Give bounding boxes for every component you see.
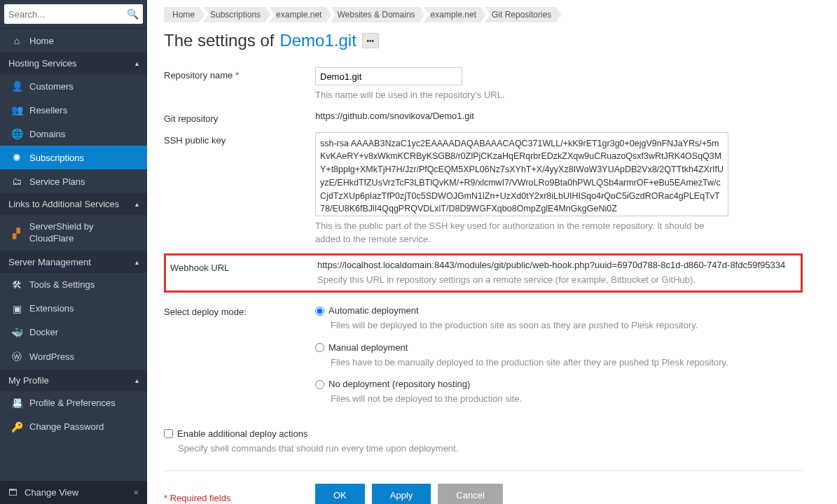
webhook-label: Webhook URL (170, 260, 317, 273)
apply-button[interactable]: Apply (372, 484, 431, 504)
nav-home-label: Home (29, 36, 54, 46)
chevron-up-icon: ▴ (135, 200, 139, 208)
footer-row: * Required fields OK Apply Cancel (164, 479, 803, 504)
deploy-none-help: Files will not be deployed to the produc… (331, 392, 765, 406)
row-repo-name: Repository name * This name will be used… (164, 63, 803, 106)
search-wrap: 🔍 (0, 0, 147, 29)
nav-customers[interactable]: 👤Customers (0, 74, 147, 98)
nav-servershield[interactable]: ▞ServerShield by CloudFlare (0, 215, 147, 251)
row-ssh: SSH public key ssh-rsa AAAAB3NzaC1yc2EAA… (164, 128, 803, 251)
extra-actions-option[interactable]: Enable additional deploy actions (164, 428, 803, 439)
wordpress-icon: ⓦ (11, 351, 22, 363)
nav-docker[interactable]: 🐳Docker (0, 321, 147, 344)
nav-extensions[interactable]: ▣Extensions (0, 297, 147, 321)
webhook-value: https://localhost.localdomain:8443/modul… (317, 260, 796, 270)
nav-header-server-label: Server Management (8, 257, 91, 267)
title-menu-button[interactable]: ••• (362, 33, 379, 48)
deploy-manual-radio[interactable] (315, 343, 324, 352)
repo-name-label: Repository name * (164, 67, 315, 80)
key-icon: 🔑 (11, 421, 22, 433)
nav-wordpress[interactable]: ⓦWordPress (0, 344, 147, 370)
nav-service-plans[interactable]: 🗂Service Plans (0, 169, 147, 193)
deploy-none-radio[interactable] (315, 380, 324, 389)
cancel-button[interactable]: Cancel (438, 484, 502, 504)
required-note: * Required fields (164, 487, 315, 503)
chevron-up-icon: ▴ (135, 59, 139, 67)
crumb-websites[interactable]: Websites & Domains (330, 7, 424, 22)
nav-header-hosting[interactable]: Hosting Services ▴ (0, 52, 147, 74)
git-repo-label: Git repository (164, 111, 315, 124)
nav-subscriptions[interactable]: ✺Subscriptions (0, 146, 147, 169)
deploy-auto-help: Files will be deployed to the production… (331, 318, 765, 332)
cloudflare-icon: ▞ (11, 227, 22, 239)
nav-label: Profile & Preferences (29, 398, 116, 408)
nav-home[interactable]: ⌂ Home (0, 29, 147, 52)
chevron-up-icon: ▴ (135, 258, 139, 266)
repo-name-help: This name will be used in the repository… (315, 88, 803, 102)
row-git-repo: Git repository https://github.com/snovik… (164, 106, 803, 128)
nav-header-server[interactable]: Server Management ▴ (0, 251, 147, 273)
divider (164, 470, 803, 471)
nav-label: Service Plans (29, 176, 85, 187)
gear-icon: ✺ (11, 152, 22, 163)
ssh-help: This is the public part of the SSH key u… (315, 219, 707, 246)
nav-label: Tools & Settings (29, 279, 95, 290)
user-icon: 👤 (11, 80, 22, 92)
breadcrumbs: Home Subscriptions example.net Websites … (164, 7, 803, 22)
change-view[interactable]: 🗔 Change View × (0, 481, 147, 504)
nav-label: Docker (29, 327, 58, 337)
nav-header-links[interactable]: Links to Additional Services ▴ (0, 193, 147, 215)
nav-resellers[interactable]: 👥Resellers (0, 98, 147, 122)
ssh-key-box[interactable]: ssh-rsa AAAAB3NzaC1yc2EAAAADAQABAAACAQC3… (315, 132, 728, 216)
nav-header-links-label: Links to Additional Services (8, 199, 119, 209)
webhook-help: Specify this URL in repository settings … (317, 273, 710, 287)
deploy-none-option[interactable]: No deployment (repository hosting) (315, 379, 803, 389)
crumb-home[interactable]: Home (164, 7, 205, 22)
nav-header-profile[interactable]: My Profile ▴ (0, 370, 147, 391)
change-view-icon: 🗔 (8, 487, 18, 498)
page-title: The settings of Demo1.git ••• (164, 31, 803, 50)
plans-icon: 🗂 (11, 176, 22, 187)
profile-icon: 📇 (11, 398, 22, 409)
nav-label: WordPress (29, 351, 74, 362)
deploy-auto-label: Automatic deployment (328, 305, 419, 316)
deploy-manual-option[interactable]: Manual deployment (315, 342, 803, 353)
title-prefix: The settings of (164, 31, 274, 50)
title-repo: Demo1.git (279, 31, 356, 50)
nav-label: Customers (29, 81, 74, 92)
nav-domains[interactable]: 🌐Domains (0, 122, 147, 146)
deploy-auto-radio[interactable] (315, 307, 324, 316)
git-repo-value: https://github.com/snovikova/Demo1.git (315, 111, 803, 121)
deploy-auto-option[interactable]: Automatic deployment (315, 305, 803, 316)
extra-actions-checkbox[interactable] (164, 429, 173, 438)
nav-label: Change Password (29, 421, 104, 432)
nav-profile-pref[interactable]: 📇Profile & Preferences (0, 391, 147, 415)
extra-actions-help: Specify shell commands that should run e… (178, 442, 803, 456)
nav-label: Domains (29, 129, 65, 139)
search-input[interactable] (8, 9, 127, 20)
repo-name-input[interactable] (315, 67, 462, 85)
main-content: Home Subscriptions example.net Websites … (147, 0, 819, 504)
ssh-label: SSH public key (164, 132, 315, 146)
nav-label: Resellers (29, 105, 67, 115)
search-icon[interactable]: 🔍 (127, 8, 139, 20)
chevron-up-icon: ▴ (135, 377, 139, 384)
crumb-git[interactable]: Git Repositories (485, 7, 561, 22)
webhook-highlight: Webhook URL https://localhost.localdomai… (164, 253, 803, 293)
close-icon[interactable]: × (133, 487, 139, 498)
docker-icon: 🐳 (11, 327, 22, 338)
nav-header-profile-label: My Profile (8, 375, 49, 386)
deploy-manual-help: Files have to be manually deployed to th… (331, 356, 765, 370)
crumb-domain2[interactable]: example.net (424, 7, 486, 22)
nav-label: Subscriptions (29, 153, 84, 163)
tools-icon: 🛠 (11, 279, 22, 290)
deploy-none-label: No deployment (repository hosting) (328, 379, 470, 389)
crumb-domain1[interactable]: example.net (269, 7, 331, 22)
ok-button[interactable]: OK (315, 484, 365, 504)
row-extra-actions: Enable additional deploy actions Specify… (164, 420, 803, 460)
crumb-subscriptions[interactable]: Subscriptions (203, 7, 270, 22)
nav-tools-settings[interactable]: 🛠Tools & Settings (0, 273, 147, 297)
search-box[interactable]: 🔍 (4, 4, 143, 24)
row-deploy: Select deploy mode: Automatic deployment… (164, 300, 803, 420)
nav-change-password[interactable]: 🔑Change Password (0, 415, 147, 439)
